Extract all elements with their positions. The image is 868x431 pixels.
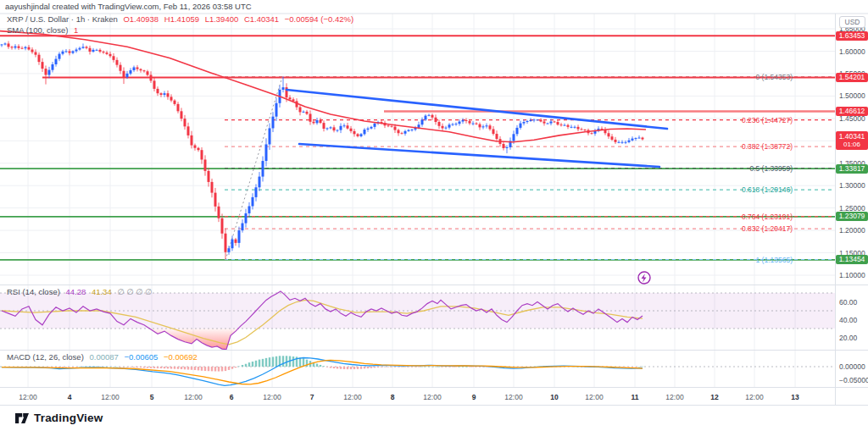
macd-axis-tick[interactable]: 0.00000	[839, 362, 865, 371]
candle-body	[164, 93, 166, 95]
candle-body	[21, 48, 24, 49]
macd-histogram-bar	[170, 367, 172, 369]
candle-body	[69, 51, 71, 52]
candle-body	[198, 148, 200, 150]
macd-histogram-bar	[69, 367, 70, 367]
candle-body	[591, 133, 593, 134]
price-axis-tick[interactable]: 1.25000	[839, 204, 865, 213]
time-axis-tick[interactable]: 9	[472, 393, 476, 401]
candle-body	[191, 135, 193, 146]
candle-body	[628, 141, 631, 142]
candle-body	[567, 125, 570, 127]
macd-line	[2, 358, 643, 386]
candle-body	[469, 121, 471, 124]
price-axis-tick[interactable]: 1.60000	[839, 47, 865, 56]
candle-body	[126, 74, 129, 77]
macd-histogram-bar	[282, 356, 284, 367]
macd-axis-tick[interactable]: −0.05000	[839, 376, 868, 384]
macd-histogram-bar	[106, 367, 108, 367]
candle-body	[516, 128, 519, 134]
time-axis-tick[interactable]: 12:00	[585, 393, 603, 401]
macd-histogram-bar	[123, 367, 125, 367]
macd-histogram-bar	[75, 367, 77, 367]
rsi-axis-tick[interactable]: 60.00	[839, 298, 857, 307]
macd-histogram-bar	[248, 362, 250, 367]
candle-body	[560, 124, 563, 125]
macd-histogram-bar	[404, 367, 406, 367]
time-axis-tick[interactable]: 12:00	[263, 393, 281, 401]
chart-canvas[interactable]	[0, 0, 868, 431]
candle-body	[282, 87, 285, 90]
time-axis-tick[interactable]: 12	[710, 393, 718, 401]
time-axis-tick[interactable]: 12:00	[19, 393, 36, 401]
time-axis-tick[interactable]: 10	[550, 393, 558, 401]
candle-body	[269, 128, 271, 144]
time-axis-tick[interactable]: 6	[230, 393, 234, 401]
macd-signal-value: −0.00692	[164, 352, 198, 362]
fib-level-label: 0.382 (1.38772)	[742, 142, 793, 151]
bar-countdown: 01:06	[836, 141, 868, 149]
macd-histogram-bar	[82, 367, 84, 367]
price-axis-tick[interactable]: 1.10000	[839, 271, 865, 279]
candle-body	[584, 130, 587, 130]
time-axis-tick[interactable]: 12:00	[343, 393, 361, 401]
macd-histogram-bar	[174, 367, 175, 369]
candle-body	[184, 119, 186, 126]
macd-histogram-bar	[635, 367, 637, 367]
price-level-badge: 1.63453	[836, 31, 868, 41]
macd-histogram-bar	[469, 367, 470, 367]
macd-histogram-bar	[99, 367, 101, 367]
macd-histogram-bar	[140, 367, 142, 367]
candle-body	[570, 127, 573, 128]
time-axis-tick[interactable]: 4	[68, 393, 72, 401]
candle-body	[1, 45, 3, 46]
candle-body	[52, 64, 54, 70]
candle-body	[533, 119, 536, 120]
macd-histogram-bar	[79, 367, 81, 367]
time-axis-tick[interactable]: 12:00	[184, 393, 202, 401]
macd-histogram-bar	[357, 367, 359, 369]
currency-toggle[interactable]: USD	[839, 16, 865, 28]
macd-histogram-bar	[198, 367, 199, 370]
candle-body	[479, 124, 481, 128]
rsi-axis-tick[interactable]: 40.00	[839, 316, 857, 324]
candle-body	[398, 130, 400, 134]
rsi-ma-value: 41.34	[92, 287, 112, 296]
rsi-axis-tick[interactable]: 20.00	[839, 334, 857, 342]
macd-histogram-bar	[628, 367, 630, 367]
time-axis-tick[interactable]: 12:00	[101, 393, 119, 401]
macd-histogram-bar	[164, 367, 165, 368]
price-axis-tick[interactable]: 1.20000	[839, 226, 865, 235]
time-axis-tick[interactable]: 12:00	[745, 393, 763, 401]
time-axis-tick[interactable]: 12:00	[504, 393, 522, 401]
price-axis-tick[interactable]: 1.50000	[839, 91, 865, 100]
time-axis-tick[interactable]: 11	[632, 393, 639, 401]
candle-body	[350, 129, 353, 131]
macd-histogram-bar	[353, 367, 355, 369]
candle-body	[116, 60, 119, 65]
time-axis-tick[interactable]: 5	[150, 393, 154, 401]
macd-histogram-bar	[398, 367, 399, 367]
time-axis-tick[interactable]: 7	[310, 393, 314, 401]
candle-body	[242, 224, 244, 230]
time-axis-tick[interactable]: 12:00	[423, 393, 441, 401]
candle-body	[492, 129, 495, 134]
time-axis-tick[interactable]: 12:00	[665, 393, 683, 401]
time-axis-tick[interactable]: 13	[791, 393, 798, 401]
candle-body	[550, 122, 553, 124]
candle-body	[4, 43, 7, 44]
price-axis-tick[interactable]: 1.30000	[839, 181, 865, 190]
macd-histogram-bar	[323, 366, 325, 367]
macd-hist-value: 0.00087	[89, 352, 118, 362]
candle-body	[86, 47, 88, 47]
macd-histogram-bar	[384, 367, 386, 367]
time-axis-tick[interactable]: 8	[391, 393, 395, 401]
macd-histogram-bar	[167, 367, 169, 368]
macd-histogram-bar	[275, 356, 277, 367]
candle-body	[194, 146, 197, 148]
macd-histogram-bar	[364, 367, 365, 368]
macd-histogram-bar	[401, 367, 403, 367]
tradingview-logo[interactable]: TradingView	[15, 412, 103, 424]
macd-histogram-bar	[350, 367, 352, 369]
rsi-band-values: ∅ ∅ ∅ ∅	[117, 287, 152, 296]
